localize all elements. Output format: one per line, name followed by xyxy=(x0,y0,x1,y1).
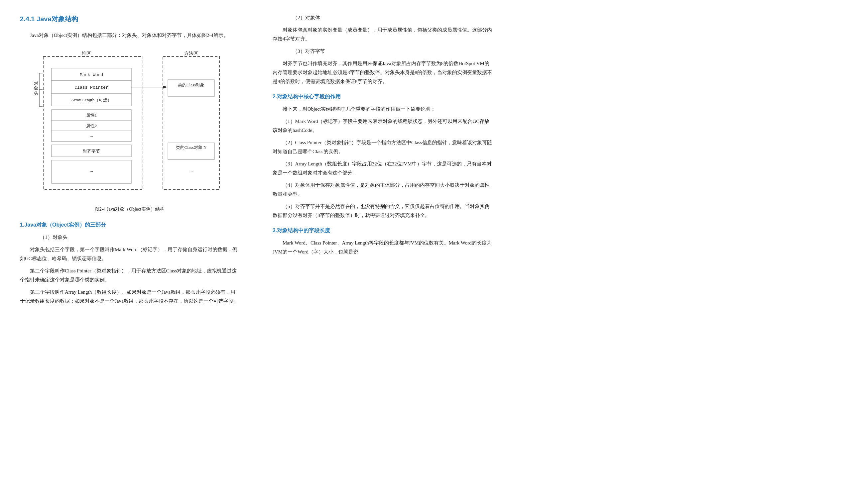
left-column: 2.4.1 Java对象结构 Java对象（Object实例）结构包括三部分：对… xyxy=(20,13,246,488)
svg-text:···: ··· xyxy=(189,169,193,174)
svg-text:堆区: 堆区 xyxy=(82,51,91,56)
part2-label: （2）对象体 xyxy=(273,13,492,22)
svg-text:类的Class对象 N: 类的Class对象 N xyxy=(176,145,207,150)
svg-text:属性2: 属性2 xyxy=(86,123,97,128)
object-structure-diagram: 堆区 方法区 对 象 头 Mar xyxy=(33,46,226,199)
sub3-text: Mark Word、Class Pointer、Array Length等字段的… xyxy=(273,238,492,256)
sub2-item5: （5）对齐字节并不是必然存在的，也没有特别的含义，它仅仅起着占位符的作用。当对象… xyxy=(273,202,492,220)
svg-text:···: ··· xyxy=(90,169,93,174)
intro-paragraph: Java对象（Object实例）结构包括三部分：对象头、对象体和对齐字节，具体如… xyxy=(20,31,239,40)
part2-text: 对象体包含对象的实例变量（成员变量），用于成员属性值，包括父类的成员属性值。这部… xyxy=(273,25,492,43)
svg-text:对: 对 xyxy=(34,81,38,86)
sub2-item1: （1）Mark Word（标记字）字段主要用来表示对象的线程锁状态，另外还可以用… xyxy=(273,117,492,135)
svg-text:头: 头 xyxy=(34,91,38,96)
diagram-svg: 堆区 方法区 对 象 头 Mar xyxy=(33,46,226,202)
sub2-item4: （4）对象体用于保存对象属性值，是对象的主体部分，占用的内存空间大小取决于对象的… xyxy=(273,181,492,199)
sub2-item2: （2）Class Pointer（类对象指针）字段是一个指向方法区中Class信… xyxy=(273,138,492,156)
diagram-caption: 图2-4 Java对象（Object实例）结构 xyxy=(33,205,226,214)
right-column: （2）对象体 对象体包含对象的实例变量（成员变量），用于成员属性值，包括父类的成… xyxy=(266,13,492,488)
subsection1-title: 1.Java对象（Object实例）的三部分 xyxy=(20,220,239,230)
part1-text1: 对象头包括三个字段，第一个字段叫作Mark Word（标记字），用于存储自身运行… xyxy=(20,245,239,263)
subsection3-title: 3.对象结构中的字段长度 xyxy=(273,226,492,235)
svg-text:方法区: 方法区 xyxy=(184,51,198,56)
svg-text:Mark Word: Mark Word xyxy=(80,72,103,77)
svg-text:象: 象 xyxy=(34,86,38,91)
part1-text2: 第二个字段叫作Class Pointer（类对象指针），用于存放方法区Class… xyxy=(20,266,239,284)
part3-label: （3）对齐字节 xyxy=(273,47,492,56)
sub2-item3: （3）Array Length（数组长度）字段占用32位（在32位JVM中）字节… xyxy=(273,159,492,178)
svg-text:Array Length（可选）: Array Length（可选） xyxy=(71,97,112,102)
svg-text:属性1: 属性1 xyxy=(86,113,97,118)
svg-text:Class Pointer: Class Pointer xyxy=(74,85,108,90)
sub2-intro: 接下来，对Object实例结构中几个重要的字段的作用做一下简要说明： xyxy=(273,105,492,114)
svg-text:类的Class对象: 类的Class对象 xyxy=(178,82,205,87)
diagram-container: 堆区 方法区 对 象 头 Mar xyxy=(33,46,226,214)
section-title: 2.4.1 Java对象结构 xyxy=(20,13,239,25)
subsection2-title: 2.对象结构中核心字段的作用 xyxy=(273,92,492,101)
svg-text:···: ··· xyxy=(90,134,93,139)
part3-text: 对齐字节也叫作填充对齐，其作用是用来保证Java对象所占内存字节数为8的倍数Ho… xyxy=(273,59,492,86)
part1-text3: 第三个字段叫作Array Length（数组长度）。如果对象是一个Java数组，… xyxy=(20,288,239,306)
svg-text:对齐字节: 对齐字节 xyxy=(83,149,100,153)
part1-label: （1）对象头 xyxy=(20,233,239,242)
